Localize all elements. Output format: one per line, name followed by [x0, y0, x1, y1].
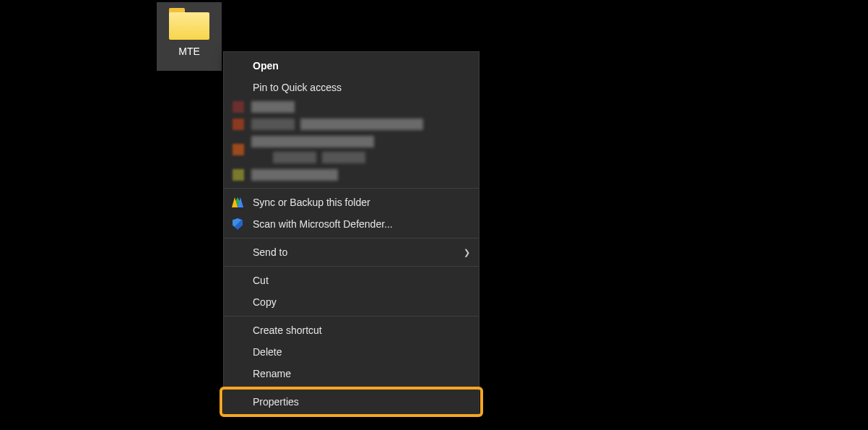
menu-send-to[interactable]: Send to ❯	[224, 241, 479, 263]
menu-drive-sync-label: Sync or Backup this folder	[253, 197, 370, 208]
desktop-folder-label: MTE	[178, 46, 200, 57]
menu-rename-label: Rename	[253, 368, 291, 379]
redacted-text	[251, 169, 338, 181]
menu-properties-label: Properties	[253, 396, 299, 408]
desktop-folder[interactable]: MTE	[157, 2, 222, 71]
folder-icon	[169, 8, 209, 40]
menu-rename[interactable]: Rename	[224, 363, 479, 384]
menu-cut[interactable]: Cut	[224, 270, 479, 291]
menu-separator	[224, 316, 479, 317]
redacted-text	[300, 119, 423, 130]
menu-open-label: Open	[253, 60, 279, 72]
menu-drive-sync[interactable]: Sync or Backup this folder	[224, 192, 479, 213]
menu-separator	[224, 266, 479, 267]
menu-pin-quick-access[interactable]: Pin to Quick access	[224, 77, 479, 98]
menu-copy-label: Copy	[253, 296, 277, 308]
menu-pin-quick-access-label: Pin to Quick access	[253, 82, 342, 93]
menu-defender-scan-label: Scan with Microsoft Defender...	[253, 218, 393, 230]
menu-separator	[224, 387, 479, 388]
redacted-icon	[233, 169, 244, 181]
redacted-icon	[233, 119, 244, 130]
google-drive-icon	[231, 196, 244, 209]
menu-cut-label: Cut	[253, 275, 269, 286]
menu-separator	[224, 188, 479, 189]
menu-redacted-block	[224, 98, 479, 185]
chevron-right-icon: ❯	[464, 248, 470, 257]
redacted-text	[322, 152, 365, 163]
menu-create-shortcut[interactable]: Create shortcut	[224, 319, 479, 341]
redacted-text	[273, 152, 316, 163]
menu-open[interactable]: Open	[224, 55, 479, 77]
menu-delete-label: Delete	[253, 346, 282, 358]
menu-defender-scan[interactable]: Scan with Microsoft Defender...	[224, 213, 479, 235]
redacted-text	[251, 136, 374, 147]
menu-copy[interactable]: Copy	[224, 291, 479, 313]
menu-delete[interactable]: Delete	[224, 341, 479, 363]
redacted-text	[251, 119, 295, 130]
menu-properties[interactable]: Properties	[224, 391, 479, 413]
redacted-icon	[233, 101, 244, 113]
shield-icon	[231, 218, 244, 231]
desktop-area: MTE Open Pin to Quick access	[0, 0, 868, 430]
redacted-icon	[233, 144, 244, 155]
menu-create-shortcut-label: Create shortcut	[253, 324, 322, 336]
menu-separator	[224, 238, 479, 238]
redacted-text	[251, 101, 295, 113]
menu-send-to-label: Send to	[253, 246, 287, 258]
context-menu: Open Pin to Quick access	[223, 51, 479, 416]
